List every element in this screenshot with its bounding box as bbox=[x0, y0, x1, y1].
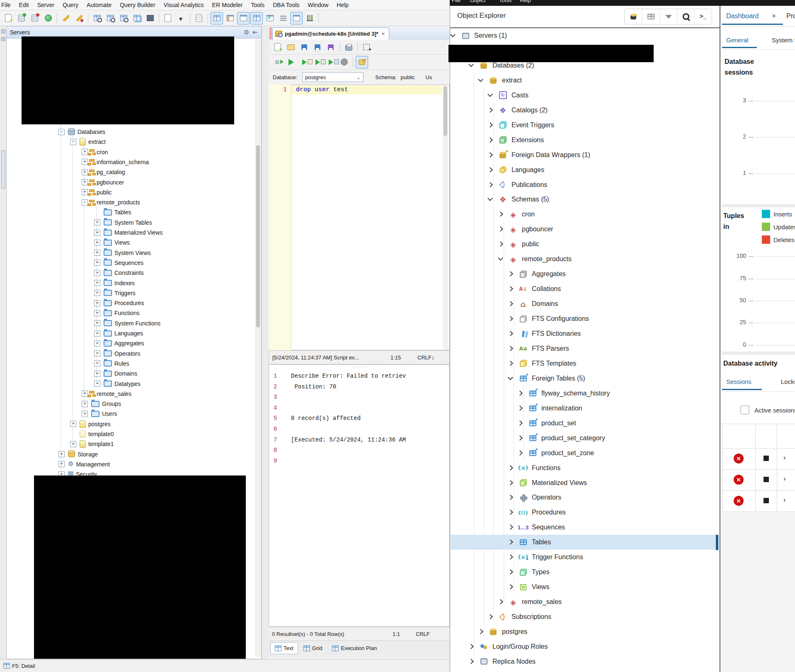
pg-tree-item-functions[interactable]: {≡}Functions bbox=[451, 461, 719, 475]
chevron-down-icon[interactable] bbox=[498, 257, 502, 261]
pg-tree-item-procedures[interactable]: {()}Procedures bbox=[451, 505, 719, 520]
expander-icon[interactable]: + bbox=[94, 260, 100, 266]
tool-table-search-button[interactable] bbox=[117, 12, 130, 24]
menu-file[interactable]: File bbox=[0, 2, 15, 8]
terminal-button[interactable]: >_ bbox=[694, 9, 712, 24]
tree-item-management[interactable]: +⚙Management bbox=[7, 459, 254, 469]
grid-button[interactable] bbox=[642, 9, 659, 24]
chevron-right-icon[interactable] bbox=[508, 287, 512, 291]
tree-item-rules[interactable]: +Rules bbox=[7, 359, 254, 369]
cancel-session-button[interactable]: ✕ bbox=[734, 496, 744, 506]
chevron-right-icon[interactable] bbox=[518, 436, 522, 440]
pg-tree-item-schemas-5-[interactable]: ❖Schemas (5) bbox=[451, 192, 719, 207]
pg-tree-item-fts-dictionaries[interactable]: FTS Dictionaries bbox=[451, 326, 719, 341]
tree-item-pgbouncer[interactable]: +pgbouncer bbox=[7, 177, 254, 187]
expander-icon[interactable]: + bbox=[94, 240, 100, 246]
chevron-right-icon[interactable] bbox=[498, 242, 502, 246]
eol-mode[interactable]: CRLF↕ bbox=[417, 354, 434, 361]
chevron-right-icon[interactable] bbox=[518, 421, 522, 425]
expander-icon[interactable]: + bbox=[82, 189, 88, 195]
tree-item-cron[interactable]: +cron bbox=[7, 147, 254, 157]
pg-tree-item-pgbouncer[interactable]: ◈pgbouncer bbox=[451, 222, 719, 237]
pg-tree-item-fts-configurations[interactable]: FTS Configurations bbox=[451, 311, 719, 326]
tree-item-remote_sales[interactable]: +remote_sales bbox=[7, 389, 254, 399]
expander-icon[interactable]: + bbox=[94, 270, 100, 276]
tree-item-system-tables[interactable]: +System Tables bbox=[7, 218, 254, 228]
tool-server-red-button[interactable] bbox=[29, 12, 41, 24]
pg-tree-item-product-set-category[interactable]: ↗product_set_category bbox=[451, 431, 719, 446]
chevron-right-icon[interactable] bbox=[508, 495, 512, 500]
pg-menu-object[interactable]: Object bbox=[470, 0, 486, 3]
chevron-down-icon[interactable] bbox=[469, 63, 473, 68]
expander-icon[interactable]: + bbox=[94, 371, 100, 377]
tab-general[interactable]: General bbox=[726, 36, 748, 44]
dock-tab-icon[interactable] bbox=[1, 150, 5, 189]
chevron-right-icon[interactable] bbox=[508, 525, 512, 529]
query-folder-open-button[interactable] bbox=[285, 41, 297, 53]
expander-icon[interactable]: + bbox=[82, 411, 88, 417]
tree-item-remote_products[interactable]: −remote_products bbox=[7, 197, 254, 207]
pg-tree-item-flyway-schema-history[interactable]: ↗flyway_schema_history bbox=[451, 386, 719, 401]
messages-panel[interactable] bbox=[269, 364, 450, 627]
tree-item-template0[interactable]: +template0 bbox=[7, 429, 254, 439]
expander-icon[interactable]: + bbox=[94, 381, 100, 387]
menu-window[interactable]: Window bbox=[304, 2, 333, 8]
pg-tree-item-replica-nodes[interactable]: Replica Nodes bbox=[451, 654, 719, 669]
pg-tree-item-cron[interactable]: ◈cron bbox=[451, 207, 719, 222]
query-doc-new-button[interactable]: + bbox=[271, 41, 284, 53]
pg-tree-item-public[interactable]: ◈public bbox=[451, 237, 719, 252]
chevron-right-icon[interactable] bbox=[469, 645, 473, 649]
tool-window-split-button[interactable] bbox=[290, 12, 303, 24]
pg-tree-item-sequences[interactable]: 1..3Sequences bbox=[451, 520, 719, 535]
expander-icon[interactable]: − bbox=[58, 129, 65, 135]
chevron-right-icon[interactable] bbox=[508, 272, 512, 276]
expander-icon[interactable]: + bbox=[82, 149, 88, 155]
expander-icon[interactable]: + bbox=[94, 330, 100, 337]
chevron-right-icon[interactable] bbox=[498, 600, 502, 604]
tree-item-storage[interactable]: +Storage bbox=[7, 449, 254, 459]
pg-tree-item-extensions[interactable]: Extensions bbox=[451, 133, 719, 148]
query-tab[interactable]: pgadmin@schedule-k8s [Untitled 3]* × bbox=[272, 27, 389, 40]
tree-item-users[interactable]: +Users bbox=[7, 409, 254, 419]
pg-tree-item-foreign-tables-5-[interactable]: ↗Foreign Tables (5) bbox=[451, 371, 719, 386]
pg-tree-item-login-group-roles[interactable]: Login/Group Roles bbox=[451, 639, 719, 654]
chevron-right-icon[interactable] bbox=[488, 138, 492, 142]
splitter-handle[interactable]: ······· bbox=[352, 365, 368, 369]
menu-query-builder[interactable]: Query Builder bbox=[116, 2, 160, 8]
expander-icon[interactable]: + bbox=[58, 461, 65, 467]
pg-tree-item-product-set-zone[interactable]: ↗product_set_zone bbox=[451, 446, 719, 461]
tool-doc-list-button[interactable] bbox=[193, 12, 205, 24]
query-play-edit-button[interactable] bbox=[311, 56, 324, 68]
expander-icon[interactable]: + bbox=[82, 401, 88, 407]
expander-icon[interactable]: − bbox=[70, 139, 76, 145]
pg-tree-item-collations[interactable]: A↓Collations bbox=[451, 281, 719, 296]
pg-tree-item-domains[interactable]: ⌂Domains bbox=[451, 296, 719, 311]
chevron-right-icon[interactable] bbox=[508, 540, 512, 544]
chevron-right-icon[interactable] bbox=[508, 585, 512, 589]
chevron-right-icon[interactable] bbox=[508, 570, 512, 574]
active-sessions-checkbox[interactable] bbox=[740, 405, 749, 415]
schema-value[interactable]: public bbox=[401, 74, 415, 80]
close-icon[interactable]: × bbox=[382, 31, 385, 37]
chevron-right-icon[interactable] bbox=[508, 332, 512, 336]
pg-tree-item-fts-parsers[interactable]: AaFTS Parsers bbox=[451, 341, 719, 356]
query-save-button[interactable] bbox=[298, 41, 310, 53]
pg-menu-file[interactable]: File bbox=[452, 0, 461, 3]
expand-row-button[interactable]: › bbox=[783, 496, 785, 504]
dock-tab-icon[interactable] bbox=[1, 37, 5, 41]
tool-grid-blue-button[interactable] bbox=[250, 12, 263, 24]
tool-dropdown-button[interactable]: ▾ bbox=[175, 12, 187, 24]
result-tab-text[interactable]: Text bbox=[270, 642, 298, 654]
tree-item-triggers[interactable]: +Triggers bbox=[7, 288, 254, 298]
tree-item-indexes[interactable]: +Indexes bbox=[7, 278, 254, 288]
tool-broom-pin-button[interactable] bbox=[73, 12, 85, 24]
tree-item-tables[interactable]: +Tables bbox=[7, 207, 254, 217]
filter-button[interactable] bbox=[659, 9, 677, 24]
expander-icon[interactable]: + bbox=[94, 320, 100, 326]
tree-item-public[interactable]: +public bbox=[7, 187, 254, 197]
tree-item-operators[interactable]: +Operators bbox=[7, 349, 254, 359]
pg-tree-item-servers-1-[interactable]: Servers (1) bbox=[451, 28, 719, 43]
pg-tree-item-materialized-views[interactable]: Materialized Views bbox=[451, 475, 719, 490]
editor-scrollbar-thumb[interactable] bbox=[444, 86, 447, 136]
expander-icon[interactable]: + bbox=[70, 441, 76, 447]
